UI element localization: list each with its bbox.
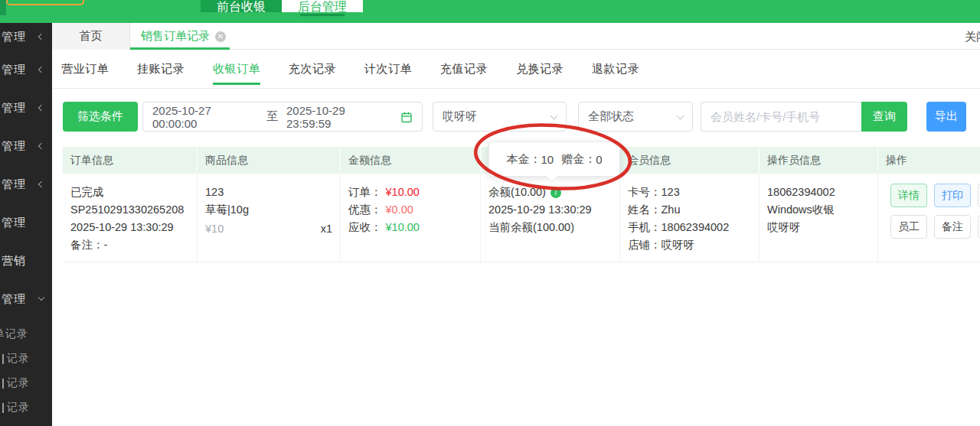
action-row-1: 详情 打印	[890, 184, 980, 207]
product-spec: 草莓|10g	[205, 201, 332, 219]
cell-product-info: 123 草莓|10g ¥10 x1	[198, 174, 341, 262]
cell-operator-info: 18062394002 Windows收银 哎呀呀	[760, 174, 878, 262]
nav-count-orders[interactable]: 计次订单	[364, 50, 412, 88]
sidebar-subitem-label: 单记录	[0, 327, 28, 341]
sidebar-subitem-1[interactable]: 单记录	[0, 322, 52, 346]
chevron-left-icon	[38, 181, 44, 187]
balance-value: 余额(10.00)	[488, 186, 546, 198]
sidebar-item-5[interactable]: 管理	[0, 165, 52, 203]
page-tab-bar: 首页 销售订单记录 ✕ 关闭	[52, 23, 980, 50]
sidebar-item-2[interactable]: 管理	[0, 50, 52, 89]
sidebar-item-label: 管理	[2, 216, 26, 230]
detail-button[interactable]: 详情	[890, 184, 927, 207]
order-time: 2025-10-29 13:30:29	[70, 219, 189, 236]
amount-order-value: ¥10.00	[386, 186, 420, 198]
principal-label: 本金：	[506, 152, 541, 167]
sidebar-subitem-label: 记录	[7, 376, 30, 390]
sidebar-item-6[interactable]: 管理	[0, 203, 52, 242]
nav-refund-records[interactable]: 退款记录	[592, 50, 639, 88]
col-operator-info: 操作员信息	[760, 147, 878, 174]
sidebar-item-8-expanded[interactable]: 管理	[0, 280, 52, 318]
sidebar-subitem-3[interactable]: 记录	[0, 371, 52, 395]
amount-order-label: 订单：	[348, 186, 382, 198]
balance-line: 余额(10.00)i	[488, 184, 612, 201]
member-search-group: 查询	[701, 102, 907, 132]
nav-recharge-times-records[interactable]: 充次记录	[289, 50, 336, 88]
nav-topup-records[interactable]: 充值记录	[440, 50, 488, 88]
sidebar-subitem-4[interactable]: 记录	[0, 395, 52, 420]
store-select[interactable]: 哎呀呀	[433, 102, 567, 132]
nav-business-orders[interactable]: 营业订单	[61, 50, 109, 88]
order-type-nav: 营业订单 挂账记录 收银订单 充次记录 计次订单 充值记录 兑换记录 退款记录	[52, 50, 980, 89]
nav-cashier-orders[interactable]: 收银订单	[213, 50, 260, 88]
status-select[interactable]: 全部状态	[578, 102, 693, 132]
sidebar-item-4[interactable]: 管理	[0, 127, 52, 165]
chevron-left-icon	[38, 105, 44, 111]
sidebar-subitem-label: 记录	[7, 401, 30, 415]
nav-exchange-records[interactable]: 兑换记录	[516, 50, 564, 88]
top-tab-front-cashier-label: 前台收银	[217, 1, 266, 13]
chevron-down-icon	[677, 112, 684, 119]
top-header-bar: 前台收银 后台管理	[0, 0, 980, 23]
filter-conditions-button[interactable]: 筛选条件	[63, 102, 138, 132]
amount-discount-label: 优惠：	[348, 203, 382, 216]
cell-balance-info: 余额(10.00)i 2025-10-29 13:30:29 当前余额(100.…	[481, 174, 620, 262]
tab-home[interactable]: 首页	[52, 23, 130, 50]
export-button[interactable]: 导出	[926, 102, 966, 132]
sidebar-item-label: 管理	[2, 292, 26, 307]
chevron-down-icon	[550, 112, 558, 119]
nav-credit-records[interactable]: 挂账记录	[137, 50, 185, 88]
date-range-picker[interactable]: 2025-10-27 00:00:00 至 2025-10-29 23:59:5…	[142, 102, 423, 132]
print-button[interactable]: 打印	[934, 184, 971, 207]
balance-time: 2025-10-29 13:30:29	[488, 201, 612, 219]
chevron-left-icon	[38, 34, 44, 40]
query-button[interactable]: 查询	[861, 102, 907, 132]
col-product-info: 商品信息	[198, 147, 341, 174]
sidebar-subitem-2[interactable]: 记录	[0, 346, 52, 371]
product-name: 123	[205, 184, 332, 201]
operator-store: 哎呀呀	[767, 219, 870, 236]
cell-order-info: 已完成 SP2510291330265208 2025-10-29 13:30:…	[63, 174, 198, 262]
member-store: 店铺：哎呀呀	[628, 236, 751, 254]
bonus-value: 0	[596, 153, 602, 166]
top-tab-backend-admin-label: 后台管理	[298, 1, 347, 13]
order-number: SP2510291330265208	[70, 201, 189, 219]
top-tab-front-cashier[interactable]: 前台收银	[201, 0, 282, 12]
staff-button[interactable]: 员工	[890, 215, 927, 239]
chevron-down-icon	[38, 294, 44, 301]
product-price-row: ¥10 x1	[205, 220, 332, 238]
close-tab-icon[interactable]: ✕	[215, 31, 226, 42]
top-tab-backend-admin[interactable]: 后台管理	[282, 0, 363, 12]
tab-sales-order-records[interactable]: 销售订单记录 ✕	[130, 23, 230, 50]
top-tab-active-underline	[300, 14, 345, 16]
amount-due-label: 应收：	[348, 221, 382, 233]
date-end-value: 2025-10-29 23:59:59	[286, 104, 392, 130]
operator-client: Windows收银	[767, 201, 870, 219]
col-actions: 操作	[878, 147, 980, 174]
filter-toolbar: 筛选条件 2025-10-27 00:00:00 至 2025-10-29 23…	[52, 89, 980, 147]
logo-box	[6, 0, 84, 5]
sidebar-item-label: 管理	[2, 139, 26, 154]
amount-order-line: 订单：¥10.00	[348, 184, 472, 201]
cell-actions: 详情 打印 员工 备注	[878, 174, 980, 262]
amount-discount-line: 优惠：¥0.00	[348, 201, 472, 219]
chevron-left-icon	[38, 67, 44, 73]
sidebar-item-7[interactable]: 营销	[0, 242, 52, 280]
close-link[interactable]: 关闭	[965, 23, 980, 50]
store-select-value: 哎呀呀	[443, 109, 477, 124]
tab-sales-order-records-label: 销售订单记录	[141, 29, 210, 44]
sidebar-item-label: 营销	[2, 254, 26, 268]
current-balance: 当前余额(100.00)	[488, 219, 612, 236]
col-amount-info: 金额信息	[341, 147, 481, 174]
calendar-icon	[400, 111, 413, 123]
operator-phone: 18062394002	[767, 184, 870, 201]
amount-due-line: 应收：¥10.00	[348, 219, 472, 236]
sidebar-item-3[interactable]: 管理	[0, 89, 52, 127]
action-row-2: 员工 备注	[890, 215, 980, 239]
order-status: 已完成	[70, 184, 189, 201]
sidebar-item-1[interactable]: 管理	[0, 23, 52, 50]
member-search-input[interactable]	[701, 102, 861, 132]
remark-button[interactable]: 备注	[934, 215, 971, 239]
principal-value: 10	[541, 153, 554, 166]
info-icon[interactable]: i	[550, 187, 561, 198]
